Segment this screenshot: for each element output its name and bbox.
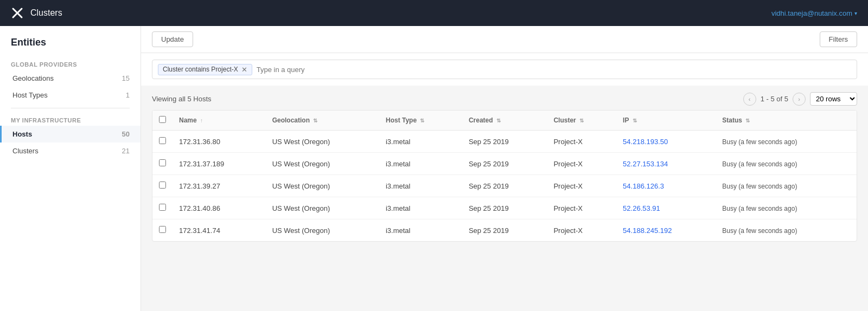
row-checkbox-cell[interactable] [152,219,173,242]
row-checkbox-cell[interactable] [152,175,173,197]
ip-link: 54.188.245.192 [623,226,672,235]
rows-per-page-select[interactable]: 20 rows 50 rows 100 rows [810,92,857,106]
data-table: Name ↑ Geolocation ⇅ Host Type ⇅ Created… [152,110,857,242]
sort-icon-status: ⇅ [745,118,750,124]
sidebar-item-hosts[interactable]: Hosts 50 [0,126,141,142]
col-header-host-type[interactable]: Host Type ⇅ [379,111,462,131]
next-page-button[interactable]: › [793,93,806,106]
ip-link: 52.26.53.91 [623,204,660,212]
viewing-text: Viewing all 5 Hosts [152,95,212,103]
col-header-ip[interactable]: IP ⇅ [616,111,716,131]
cell-status: Busy (a few seconds ago) [716,175,857,197]
cell-cluster: Project-X [547,175,616,197]
pagination-controls: ‹ 1 - 5 of 5 › 20 rows 50 rows 100 rows [743,92,857,106]
chevron-down-icon: ▾ [854,10,857,16]
viewing-row: Viewing all 5 Hosts ‹ 1 - 5 of 5 › 20 ro… [152,86,857,110]
top-nav: Clusters vidhi.taneja@nutanix.com ▾ [0,0,868,26]
cell-ip[interactable]: 52.26.53.91 [616,197,716,219]
cell-geolocation: US West (Oregon) [266,175,379,197]
global-providers-section-label: GLOBAL PROVIDERS [0,57,141,70]
app-title: Clusters [30,8,62,18]
filter-tag-text: Cluster contains Project-X [163,66,238,73]
col-header-name[interactable]: Name ↑ [173,111,266,131]
sort-icon-name: ↑ [200,118,203,124]
cell-ip[interactable]: 54.188.245.192 [616,219,716,242]
row-checkbox-cell[interactable] [152,197,173,219]
cell-name: 172.31.41.74 [173,219,266,242]
sidebar-badge-host-types: 1 [126,91,130,99]
col-header-created[interactable]: Created ⇅ [462,111,547,131]
table-row: 172.31.41.74 US West (Oregon) i3.metal S… [152,219,857,242]
cell-host-type: i3.metal [379,219,462,242]
sidebar: Entities GLOBAL PROVIDERS Geolocations 1… [0,26,141,311]
col-header-geolocation[interactable]: Geolocation ⇅ [266,111,379,131]
search-bar-container: Cluster contains Project-X ✕ [141,53,868,86]
select-all-header[interactable] [152,111,173,131]
nav-left: Clusters [11,7,62,20]
sidebar-item-geolocations[interactable]: Geolocations 15 [0,70,141,87]
prev-page-button[interactable]: ‹ [743,93,756,106]
sidebar-item-host-types[interactable]: Host Types 1 [0,87,141,103]
cell-host-type: i3.metal [379,153,462,175]
row-checkbox[interactable] [159,182,166,189]
ip-link: 52.27.153.134 [623,160,668,168]
sort-icon-cluster: ⇅ [579,118,584,124]
cell-ip[interactable]: 54.186.126.3 [616,175,716,197]
search-bar[interactable]: Cluster contains Project-X ✕ [152,60,857,79]
cell-created: Sep 25 2019 [462,131,547,153]
cell-host-type: i3.metal [379,131,462,153]
sidebar-item-clusters[interactable]: Clusters 21 [0,142,141,159]
cell-host-type: i3.metal [379,197,462,219]
my-infrastructure-section-label: MY INFRASTRUCTURE [0,113,141,126]
sort-icon-geolocation: ⇅ [313,118,317,124]
filter-tag-remove-icon[interactable]: ✕ [241,66,247,74]
row-checkbox[interactable] [159,137,166,144]
toolbar: Update Filters [141,26,868,53]
row-checkbox[interactable] [159,204,166,211]
cell-name: 172.31.37.189 [173,153,266,175]
cell-geolocation: US West (Oregon) [266,153,379,175]
filter-tag[interactable]: Cluster contains Project-X ✕ [158,64,252,75]
ip-link: 54.218.193.50 [623,138,668,146]
user-menu[interactable]: vidhi.taneja@nutanix.com ▾ [771,9,857,17]
cell-status: Busy (a few seconds ago) [716,153,857,175]
cell-created: Sep 25 2019 [462,219,547,242]
nutanix-logo-icon [11,7,24,20]
update-button[interactable]: Update [152,31,193,47]
cell-name: 172.31.40.86 [173,197,266,219]
cell-ip[interactable]: 52.27.153.134 [616,153,716,175]
cell-status: Busy (a few seconds ago) [716,131,857,153]
cell-cluster: Project-X [547,131,616,153]
cell-created: Sep 25 2019 [462,153,547,175]
cell-cluster: Project-X [547,197,616,219]
col-header-status[interactable]: Status ⇅ [716,111,857,131]
cell-host-type: i3.metal [379,175,462,197]
sort-icon-ip: ⇅ [633,118,637,124]
filters-button[interactable]: Filters [820,31,857,47]
search-input[interactable] [257,66,851,74]
cell-cluster: Project-X [547,153,616,175]
row-checkbox[interactable] [159,226,166,233]
sidebar-item-label-hosts: Hosts [12,130,32,138]
cell-name: 172.31.36.80 [173,131,266,153]
row-checkbox-cell[interactable] [152,131,173,153]
cell-created: Sep 25 2019 [462,197,547,219]
main-content: Update Filters Cluster contains Project-… [141,26,868,311]
sidebar-badge-clusters: 21 [122,147,130,155]
col-header-cluster[interactable]: Cluster ⇅ [547,111,616,131]
table-row: 172.31.36.80 US West (Oregon) i3.metal S… [152,131,857,153]
cell-name: 172.31.39.27 [173,175,266,197]
row-checkbox[interactable] [159,159,166,166]
sidebar-badge-geolocations: 15 [122,74,130,82]
sidebar-divider [11,108,130,108]
sort-icon-host-type: ⇅ [420,118,424,124]
table-header-row: Name ↑ Geolocation ⇅ Host Type ⇅ Created… [152,111,857,131]
sort-icon-created: ⇅ [496,118,501,124]
cell-ip[interactable]: 54.218.193.50 [616,131,716,153]
cell-created: Sep 25 2019 [462,175,547,197]
cell-geolocation: US West (Oregon) [266,219,379,242]
pagination-text: 1 - 5 of 5 [761,95,788,103]
cell-status: Busy (a few seconds ago) [716,197,857,219]
row-checkbox-cell[interactable] [152,153,173,175]
select-all-checkbox[interactable] [159,116,166,123]
